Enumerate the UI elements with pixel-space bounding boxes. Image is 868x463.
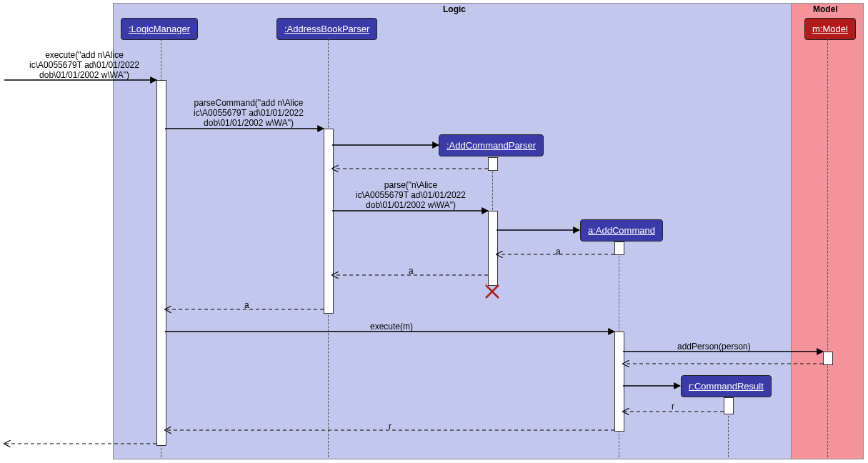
msg-add-person: addPerson(person)	[677, 342, 751, 352]
frame-model-title: Model	[813, 4, 838, 14]
msg-return-r-2: r	[389, 422, 391, 432]
activation-model	[823, 352, 833, 365]
activation-logic-manager	[156, 80, 166, 446]
participant-logic-manager: :LogicManager	[121, 18, 198, 40]
participant-add-command: a:AddCommand	[580, 219, 663, 242]
activation-add-command-parser-2	[488, 211, 498, 286]
activation-address-book-parser	[324, 129, 334, 314]
participant-add-command-parser: :AddCommandParser	[439, 134, 544, 156]
activation-add-command-1	[614, 242, 624, 255]
lifeline-model	[827, 39, 828, 457]
activation-command-result	[724, 397, 734, 414]
msg-return-r-1: r	[672, 402, 674, 412]
frame-logic-title: Logic	[443, 4, 466, 14]
msg-execute-m: execute(m)	[370, 322, 413, 332]
msg-parse-command: parseCommand("add n\Alice ic\A0055679T a…	[174, 98, 324, 128]
msg-return-a-2: a	[409, 266, 414, 276]
msg-return-a-3: a	[244, 300, 249, 310]
msg-execute: execute("add n\Alice ic\A0055679T ad\01/…	[13, 50, 156, 80]
activation-add-command-2	[614, 332, 624, 432]
sequence-diagram: Logic Model :LogicManager :AddressBookPa…	[0, 0, 868, 463]
msg-return-a-1: a	[556, 247, 561, 257]
participant-model: m:Model	[804, 18, 856, 40]
participant-address-book-parser: :AddressBookParser	[276, 18, 377, 40]
msg-parse: parse("n\Alice ic\A0055679T ad\01/01/202…	[336, 180, 486, 210]
activation-add-command-parser-1	[488, 157, 498, 171]
participant-command-result: r:CommandResult	[681, 375, 772, 397]
